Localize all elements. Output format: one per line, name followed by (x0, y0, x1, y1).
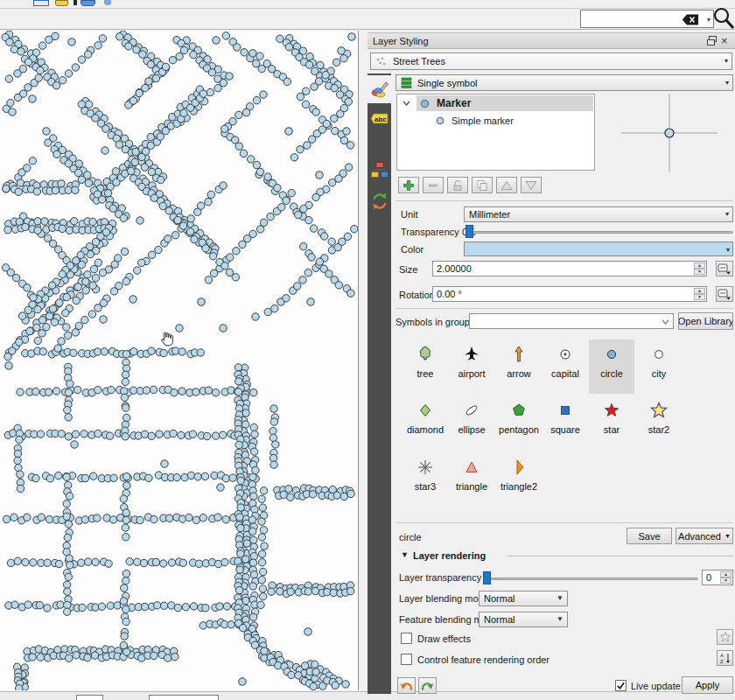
toolbar-icon-sliver-3[interactable] (74, 0, 77, 5)
check-icon (616, 681, 626, 690)
symbol-item-triangle[interactable]: triangle (449, 452, 494, 507)
statusbar-coordinate-box[interactable] (76, 695, 103, 700)
rendering-order-checkbox[interactable] (401, 654, 412, 665)
diagram-icon (370, 160, 389, 179)
clear-search-icon[interactable] (682, 14, 699, 25)
tab-symbology[interactable] (368, 75, 391, 103)
open-library-button[interactable]: Open Library (678, 312, 733, 330)
rotation-spinner[interactable]: ▲▼ (694, 288, 705, 300)
duplicate-icon (476, 179, 488, 192)
symbol-item-city[interactable]: city (636, 340, 682, 394)
transparency-slider-track[interactable] (466, 231, 733, 234)
symbol-label: tree (417, 368, 434, 379)
layer-transparency-slider-track[interactable] (483, 578, 698, 580)
feature-blend-combo[interactable]: Normal ▼ (479, 612, 568, 627)
symbol-label: arrow (507, 368, 531, 379)
renderer-label: Single symbol (417, 78, 477, 88)
draw-effects-customize-button[interactable] (717, 629, 733, 645)
star-effects-icon (719, 631, 732, 643)
move-up-button[interactable] (496, 177, 517, 193)
layer-transparency-slider-handle[interactable] (483, 571, 491, 584)
symbol-item-star[interactable]: star (589, 396, 634, 450)
symbol-tree-child-row[interactable]: Simple marker (436, 114, 514, 128)
rotation-label: Rotation (399, 290, 435, 300)
toolbar-icon-sliver-1[interactable] (33, 0, 49, 6)
color-swatch[interactable]: ▾ (464, 242, 733, 256)
symbol-item-ellipse[interactable]: ellipse (449, 396, 494, 450)
topbar-bottom-divider (0, 29, 735, 30)
transparency-slider-handle[interactable] (466, 225, 473, 238)
symbol-label: pentagon (499, 424, 539, 435)
symbol-label: star3 (415, 481, 436, 492)
symbols-group-combo[interactable] (469, 313, 674, 329)
symbol-item-star3[interactable]: star3 (402, 452, 448, 507)
toolbar-icon-sliver-4[interactable] (80, 0, 95, 6)
apply-button[interactable]: Apply (682, 676, 733, 694)
symbol-label: square (550, 424, 580, 435)
divider-1 (396, 200, 733, 201)
expander-icon[interactable] (402, 101, 410, 106)
map-canvas[interactable] (0, 31, 358, 690)
rotation-field[interactable]: 0.00 ° ▲▼ (432, 286, 707, 302)
feature-blend-arrow-icon: ▼ (556, 615, 564, 623)
qgis-window: { "topbar": { "search_value": "" }, "pan… (0, 0, 735, 700)
redo-button[interactable] (418, 677, 437, 694)
layer-transparency-spinbox[interactable]: 0 ▲▼ (702, 570, 733, 585)
toolbar-icon-sliver-5[interactable] (104, 0, 111, 5)
symbol-item-arrow[interactable]: arrow (496, 340, 542, 394)
duplicate-symbol-layer-button[interactable] (472, 177, 493, 193)
symbol-item-diamond[interactable]: diamond (402, 396, 448, 450)
rendering-order-label: Control feature rendering order (417, 654, 550, 665)
pentagon-symbol-icon (509, 401, 528, 420)
symbol-item-square[interactable]: square (542, 396, 588, 450)
tab-history[interactable] (368, 187, 391, 215)
rendering-order-settings-button[interactable]: A Z (717, 650, 733, 666)
move-down-button[interactable] (521, 177, 542, 193)
search-input[interactable]: ▾ (580, 10, 714, 28)
layer-transparency-spinner[interactable]: ▲▼ (720, 571, 732, 584)
toolbar-icon-sliver-2[interactable] (55, 0, 68, 6)
symbol-item-capital[interactable]: capital (542, 340, 588, 394)
layer-rendering-collapse-icon[interactable]: ▼ (401, 550, 409, 559)
layer-selector[interactable]: Street Trees ▾ (370, 52, 732, 70)
symbol-item-triangle2[interactable]: triangle2 (496, 452, 542, 507)
feature-blend-value: Normal (484, 614, 514, 625)
remove-symbol-layer-button[interactable] (423, 177, 444, 193)
size-data-defined-button[interactable] (716, 261, 733, 276)
plus-icon (402, 179, 415, 192)
symbol-item-airport[interactable]: airport (449, 340, 494, 394)
size-field[interactable]: 2.00000 ▲▼ (432, 261, 707, 276)
tab-diagrams[interactable] (368, 156, 391, 184)
symbol-item-pentagon[interactable]: pentagon (496, 396, 542, 450)
panel-title: Layer Styling (373, 36, 429, 46)
lock-color-button[interactable] (447, 177, 468, 193)
close-panel-icon[interactable]: × (721, 34, 728, 47)
unit-combo[interactable]: Millimeter ▾ (464, 206, 733, 222)
tab-labels[interactable]: abc (368, 104, 391, 132)
data-defined-icon (718, 288, 732, 300)
symbol-tree-root-row[interactable]: Marker (416, 95, 593, 111)
magnifier-icon[interactable] (712, 6, 735, 30)
draw-effects-checkbox[interactable] (401, 633, 412, 644)
float-panel-icon[interactable] (707, 36, 717, 46)
capital-symbol-icon (556, 345, 575, 364)
layer-rendering-header: Layer rendering (413, 550, 486, 561)
symbol-item-tree[interactable]: tree (402, 340, 448, 394)
add-symbol-layer-button[interactable] (398, 177, 419, 193)
undo-button[interactable] (397, 677, 416, 694)
symbol-name-field[interactable]: circle (399, 532, 422, 542)
size-spinner[interactable]: ▲▼ (694, 262, 705, 275)
symbol-label: triangle2 (500, 481, 537, 492)
layer-blend-combo[interactable]: Normal ▼ (479, 591, 568, 606)
search-dropdown-icon[interactable]: ▾ (707, 16, 710, 24)
symbol-item-circle[interactable]: circle (589, 340, 634, 394)
symbol-label: circle (600, 368, 623, 379)
svg-text:A: A (720, 653, 724, 658)
rotation-data-defined-button[interactable] (716, 286, 733, 302)
statusbar-scale-box[interactable] (149, 695, 219, 700)
symbol-item-star2[interactable]: star2 (636, 396, 682, 450)
live-update-checkbox[interactable] (615, 680, 626, 691)
divider-2 (396, 308, 733, 309)
advanced-button[interactable]: Advanced ▼ (676, 528, 733, 544)
save-button[interactable]: Save (626, 528, 672, 544)
